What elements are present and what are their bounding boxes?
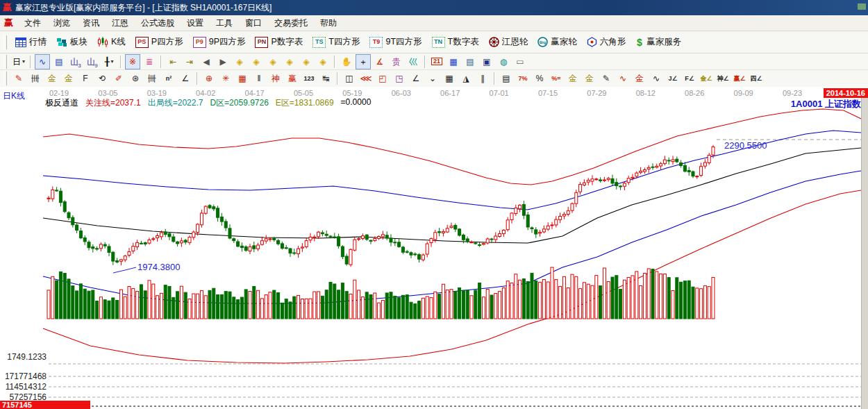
vertical-scrollbar[interactable] [861, 88, 868, 409]
angle-mirror-icon[interactable]: ∠ [178, 71, 193, 86]
shen-angle-icon[interactable]: 神∠ [715, 71, 731, 86]
wave-marker-icon[interactable]: 巛 [406, 54, 421, 69]
menu-item-2[interactable]: 资讯 [76, 16, 106, 31]
menu-item-6[interactable]: 工具 [210, 16, 239, 31]
full-view-icon[interactable]: ◈ [315, 54, 331, 69]
crosshair-icon[interactable]: ＋ [356, 54, 371, 69]
menu-item-5[interactable]: 设置 [181, 16, 210, 31]
menu-item-8[interactable]: 交易委托 [268, 16, 314, 31]
percent-icon[interactable]: % [532, 71, 547, 86]
shen-grid-icon[interactable]: 神 [268, 71, 283, 86]
next-bar-icon[interactable]: ▶ [215, 54, 231, 69]
notes-icon[interactable]: ▤ [462, 54, 478, 69]
toolbar-grip[interactable] [3, 72, 7, 85]
fit-view-icon[interactable]: ◈ [299, 54, 314, 69]
grid-ruler-icon[interactable]: 卌 [28, 71, 43, 86]
fan-box-1-icon[interactable]: ◰ [375, 71, 390, 86]
bars-9-chart-icon[interactable]: 山9 [85, 54, 100, 69]
ying-angle-icon[interactable]: 赢∠ [732, 71, 747, 86]
trend-angles-icon[interactable]: ∠ [408, 71, 424, 86]
shift-right-icon[interactable]: ◈ [249, 54, 264, 69]
winner-wheel-button[interactable]: Big赢家轮 [533, 34, 582, 50]
scale-panel-icon[interactable]: ▤ [499, 71, 514, 86]
prev-bar-icon[interactable]: ◀ [199, 54, 214, 69]
toolbar-grip[interactable] [3, 35, 7, 49]
info-panel-icon[interactable]: ▤ [51, 54, 67, 69]
pattern-overlay-icon[interactable]: ※ [125, 54, 140, 69]
pen-chart-icon[interactable]: ✎ [599, 71, 614, 86]
hand-pan-icon[interactable]: ✋ [339, 54, 354, 69]
parallel-rays-icon[interactable]: ∥ [475, 71, 490, 86]
period-day-selector-icon[interactable]: 日▾ [11, 54, 26, 69]
spiral-tool-icon[interactable]: ⟲ [94, 71, 110, 86]
fib-ruler-icon[interactable]: F [78, 71, 93, 86]
zigzag-tool-icon[interactable]: ∿ [35, 54, 50, 69]
menu-item-3[interactable]: 江恩 [106, 16, 135, 31]
p-square-button[interactable]: PSP四方形 [131, 34, 188, 50]
f-angle-icon[interactable]: F∠ [682, 71, 697, 86]
j-angle-icon[interactable]: J∠ [665, 71, 681, 86]
9t-square-button[interactable]: T99T四方形 [365, 34, 426, 50]
t-square-button[interactable]: TST四方形 [308, 34, 365, 50]
gold-ratio-circle-2-icon[interactable]: 金 [61, 71, 76, 86]
grid-star-box-icon[interactable]: ▦ [235, 71, 250, 86]
price-marks-icon[interactable]: ǁ [251, 71, 267, 86]
box-measure-icon[interactable]: ◫ [342, 71, 357, 86]
ying-grid-icon[interactable]: 赢 [285, 71, 300, 86]
dense-grid-icon[interactable]: ▦ [442, 71, 457, 86]
9p-square-button[interactable]: P99P四方形 [188, 34, 251, 50]
sectors-button[interactable]: 板块 [51, 34, 92, 50]
pen-ruler-icon[interactable]: ✐ [111, 71, 126, 86]
grid-arrow-icon[interactable]: ◮ [458, 71, 474, 86]
shift-left-icon[interactable]: ◈ [232, 54, 247, 69]
title-bar[interactable]: 赢 赢家江恩专业版[赢家内部服务平台] - [上证指数 SH1A0001-167… [0, 0, 868, 15]
chart-area[interactable] [0, 87, 868, 409]
zoom-out-x-icon[interactable]: ◈ [265, 54, 281, 69]
percent-line-icon[interactable]: %= [549, 71, 564, 86]
winner-service-button[interactable]: $赢家服务 [631, 34, 686, 50]
bars-3-chart-icon[interactable]: 山3 [68, 54, 83, 69]
t-number-table-button[interactable]: TNT数字表 [427, 34, 484, 50]
seven-percent-icon[interactable]: 7% [515, 71, 531, 86]
n-square-icon[interactable]: n² [161, 71, 176, 86]
gann-wheel-button[interactable]: 江恩轮 [484, 34, 533, 50]
candle-style-selector-icon[interactable]: ╂▾ [101, 54, 117, 69]
calculator-icon[interactable]: ▦ [446, 54, 461, 69]
menu-item-9[interactable]: 帮助 [314, 16, 343, 31]
save-icon[interactable]: ▣ [479, 54, 494, 69]
gold-circle-icon[interactable]: 金 [565, 71, 581, 86]
angle-measure-icon[interactable]: ∡ [372, 54, 387, 69]
si-angle-icon[interactable]: 四∠ [749, 71, 764, 86]
star-rays-icon[interactable]: ✳ [218, 71, 233, 86]
gann-marker-icon[interactable]: 贵 [389, 54, 404, 69]
volume-profile-icon[interactable]: ≣ [142, 54, 157, 69]
wave-tool-icon[interactable]: ∿ [615, 71, 631, 86]
menu-item-0[interactable]: 文件 [18, 16, 47, 31]
zoom-in-x-icon[interactable]: ◈ [282, 54, 297, 69]
gold-angle-icon[interactable]: 金∠ [699, 71, 714, 86]
calendar-icon[interactable]: 21 [429, 54, 444, 69]
web-update-icon[interactable]: ◍ [496, 54, 511, 69]
gann-circle-cross-icon[interactable]: ⊕ [201, 71, 217, 86]
brush-tool-icon[interactable]: ✎ [11, 71, 26, 86]
toolbar-grip[interactable] [3, 55, 7, 69]
kline-button[interactable]: K线 [92, 34, 131, 50]
first-page-icon[interactable]: ⇤ [165, 54, 181, 69]
gold-ratio-circle-1-icon[interactable]: 金 [44, 71, 60, 86]
menu-item-4[interactable]: 公式选股 [135, 16, 181, 31]
gold-lines-icon[interactable]: 金 [582, 71, 597, 86]
gold-underline-icon[interactable]: 金 [632, 71, 647, 86]
span-arrows-icon[interactable]: ↹ [318, 71, 333, 86]
fan-box-2-icon[interactable]: ◳ [392, 71, 407, 86]
quotes-button[interactable]: 行情 [10, 34, 51, 50]
hexagon-button[interactable]: 六角形 [582, 34, 631, 50]
p-number-table-button[interactable]: PNP数字表 [250, 34, 308, 50]
v-pattern-icon[interactable]: ⌄ [425, 71, 440, 86]
menu-item-1[interactable]: 浏览 [47, 16, 76, 31]
menu-item-7[interactable]: 窗口 [239, 16, 268, 31]
tick-ruler-icon[interactable]: 卌 [144, 71, 160, 86]
last-page-icon[interactable]: ⇥ [182, 54, 197, 69]
workstation-icon[interactable]: ▭ [512, 54, 528, 69]
time-wheel-icon[interactable]: ⊛ [128, 71, 143, 86]
ruler-123-icon[interactable]: 123 [301, 71, 317, 86]
